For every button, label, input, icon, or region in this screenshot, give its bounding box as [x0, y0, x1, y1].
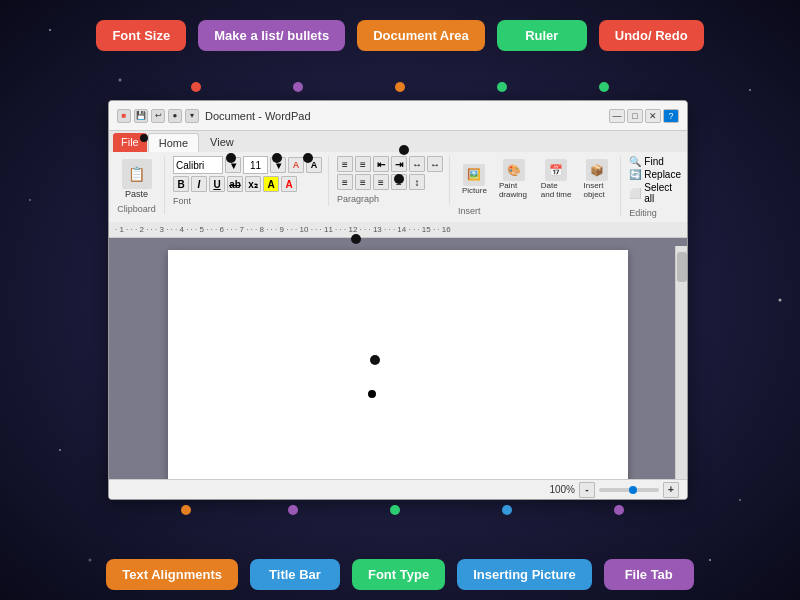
save-icon[interactable]: 💾 [134, 109, 148, 123]
scrollbar[interactable] [675, 246, 687, 479]
ruler-numbers: · 1 · · · 2 · · · 3 · · · 4 · · · 5 · · … [115, 225, 681, 234]
pin-dot-file-tab [614, 505, 624, 515]
decrease-indent-btn[interactable]: ⇤ [373, 156, 389, 172]
ruler-bar: · 1 · · · 2 · · · 3 · · · 4 · · · 5 · · … [109, 222, 687, 238]
find-label: Find [644, 156, 663, 167]
zoom-level: 100% [549, 484, 575, 495]
pin-dot-font-type [390, 505, 400, 515]
bullet-list-btn[interactable]: ≡ [337, 156, 353, 172]
undo-icon[interactable]: ↩ [151, 109, 165, 123]
ruler-label[interactable]: Ruler [497, 20, 587, 51]
zoom-bar: 100% - + [109, 479, 687, 499]
annotation-dot-font-grow [303, 153, 313, 163]
bottom-pin-dots [0, 505, 800, 515]
svg-point-6 [59, 449, 61, 451]
text-cursor [368, 390, 376, 398]
document-area-label[interactable]: Document Area [357, 20, 485, 51]
home-tab-btn[interactable]: Home [148, 133, 199, 152]
picture-button[interactable]: 🖼️ Picture [458, 161, 491, 198]
dot-document [395, 82, 405, 92]
bold-button[interactable]: B [173, 176, 189, 192]
paragraph-label: Paragraph [337, 194, 443, 204]
font-row1: ▾ ▾ A A [173, 156, 322, 174]
replace-button[interactable]: 🔄 Replace [629, 169, 681, 180]
align-right-btn[interactable]: ≡ [373, 174, 389, 190]
select-all-icon: ⬜ [629, 188, 641, 199]
paint-button[interactable]: 🎨 Paint drawing [495, 156, 533, 202]
numbered-list-btn[interactable]: ≡ [355, 156, 371, 172]
subscript-button[interactable]: x₂ [245, 176, 261, 192]
picture-label: Picture [462, 186, 487, 195]
zoom-in-btn[interactable]: + [663, 482, 679, 498]
line-spacing-btn[interactable]: ↕ [409, 174, 425, 190]
zoom-out-btn[interactable]: - [579, 482, 595, 498]
undo-redo-label[interactable]: Undo/ Redo [599, 20, 704, 51]
dropdown-icon[interactable]: ▾ [185, 109, 199, 123]
increase-indent-btn[interactable]: ⇥ [391, 156, 407, 172]
view-tab-btn[interactable]: View [200, 133, 244, 152]
zoom-thumb [629, 486, 637, 494]
ribbon-tabs: File Home View [109, 131, 687, 152]
picture-icon: 🖼️ [463, 164, 485, 186]
ltr-btn[interactable]: ↔ [409, 156, 425, 172]
inserting-picture-label[interactable]: Inserting Picture [457, 559, 592, 590]
replace-label: Replace [644, 169, 681, 180]
find-icon: 🔍 [629, 156, 641, 167]
highlight-button[interactable]: A [263, 176, 279, 192]
clipboard-label: Clipboard [117, 204, 156, 214]
clipboard-group: 📋 Paste Clipboard [115, 156, 165, 214]
paste-button[interactable]: 📋 Paste [118, 156, 156, 202]
align-center-btn[interactable]: ≡ [355, 174, 371, 190]
pin-dot-text-align [181, 505, 191, 515]
select-all-button[interactable]: ⬜ Select all [629, 182, 681, 204]
zoom-slider[interactable] [599, 488, 659, 492]
close-button[interactable]: ✕ [645, 109, 661, 123]
font-group: ▾ ▾ A A B I U ab x₂ A A Font [173, 156, 329, 206]
document-area[interactable] [109, 238, 687, 491]
insert-label: Insert [458, 206, 614, 216]
annotation-dot-paragraph [394, 174, 404, 184]
underline-button[interactable]: U [209, 176, 225, 192]
rtl-btn[interactable]: ↔ [427, 156, 443, 172]
bottom-labels-row: Text Alignments Title Bar Font Type Inse… [0, 559, 800, 590]
align-left-btn[interactable]: ≡ [337, 174, 353, 190]
date-icon: 📅 [545, 159, 567, 181]
wordpad-window: ■ 💾 ↩ ● ▾ Document - WordPad — □ ✕ ? Fil… [108, 100, 688, 500]
font-size-input[interactable] [243, 156, 268, 174]
insert-obj-button[interactable]: 📦 Insert object [579, 156, 614, 202]
dot-font-size [191, 82, 201, 92]
title-bar-label[interactable]: Title Bar [250, 559, 340, 590]
text-alignments-label[interactable]: Text Alignments [106, 559, 238, 590]
font-type-label[interactable]: Font Type [352, 559, 445, 590]
top-labels-row: Font Size Make a list/ bullets Document … [0, 20, 800, 51]
help-button[interactable]: ? [663, 109, 679, 123]
dot-undo [599, 82, 609, 92]
strikethrough-button[interactable]: ab [227, 176, 243, 192]
paint-icon: 🎨 [503, 159, 525, 181]
font-row2: B I U ab x₂ A A [173, 176, 322, 192]
date-button[interactable]: 📅 Date and time [537, 156, 576, 202]
date-label: Date and time [541, 181, 572, 199]
pin-dot-inserting [502, 505, 512, 515]
paste-icon: 📋 [122, 159, 152, 189]
replace-icon: 🔄 [629, 169, 641, 180]
scroll-thumb[interactable] [677, 252, 687, 282]
font-size-label[interactable]: Font Size [96, 20, 186, 51]
annotation-dot-ruler [351, 234, 361, 244]
document-page[interactable] [168, 250, 628, 491]
find-button[interactable]: 🔍 Find [629, 156, 681, 167]
maximize-button[interactable]: □ [627, 109, 643, 123]
editing-label: Editing [629, 208, 681, 218]
file-tab-label[interactable]: File Tab [604, 559, 694, 590]
insert-group: 🖼️ Picture 🎨 Paint drawing 📅 Date and ti… [458, 156, 621, 216]
dot-bullets [293, 82, 303, 92]
font-color-button[interactable]: A [281, 176, 297, 192]
svg-point-4 [29, 199, 31, 201]
font-name-input[interactable] [173, 156, 223, 174]
italic-button[interactable]: I [191, 176, 207, 192]
quick-access-icon[interactable]: ● [168, 109, 182, 123]
annotation-dot-insert [399, 145, 409, 155]
minimize-button[interactable]: — [609, 109, 625, 123]
bullets-label[interactable]: Make a list/ bullets [198, 20, 345, 51]
grow-font-btn[interactable]: A [288, 157, 304, 173]
